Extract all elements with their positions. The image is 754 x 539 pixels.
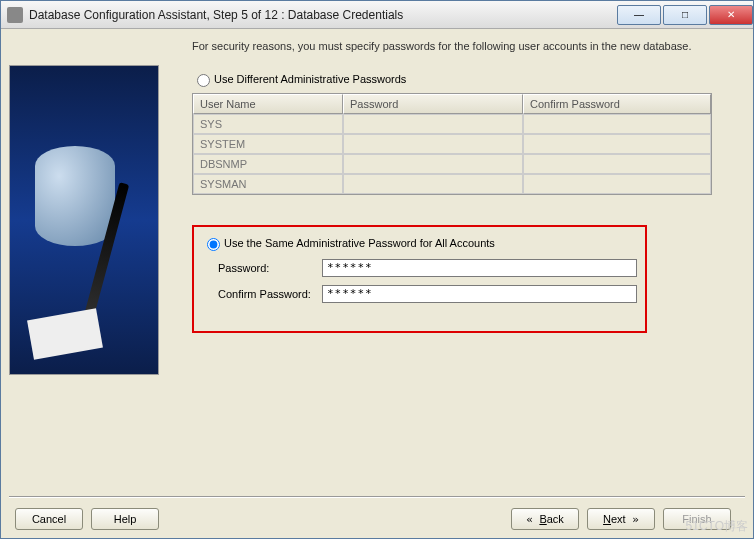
password-label: Password: <box>202 262 322 274</box>
cell-confirm <box>523 114 711 134</box>
radio-same[interactable] <box>207 238 220 251</box>
cell-password <box>343 114 523 134</box>
password-row: Password: ****** <box>202 259 637 277</box>
table-row: DBSNMP <box>193 154 711 174</box>
radio-different[interactable] <box>197 74 210 87</box>
app-icon <box>7 7 23 23</box>
confirm-label: Confirm Password: <box>202 288 322 300</box>
passwords-table: User Name Password Confirm Password SYS … <box>192 93 712 195</box>
help-button[interactable]: Help <box>91 508 159 530</box>
dialog-window: Database Configuration Assistant, Step 5… <box>0 0 754 539</box>
cell-confirm <box>523 154 711 174</box>
titlebar: Database Configuration Assistant, Step 5… <box>1 1 753 29</box>
cell-username: SYSTEM <box>193 134 343 154</box>
watermark: 51CTO博客 <box>686 518 748 535</box>
table-row: SYSMAN <box>193 174 711 194</box>
cell-username: DBSNMP <box>193 154 343 174</box>
window-controls: — □ ✕ <box>615 5 753 25</box>
close-button[interactable]: ✕ <box>709 5 753 25</box>
content-area: For security reasons, you must specify p… <box>1 29 753 538</box>
wizard-image <box>9 65 159 375</box>
confirm-input[interactable]: ****** <box>322 285 637 303</box>
password-input[interactable]: ****** <box>322 259 637 277</box>
confirm-row: Confirm Password: ****** <box>202 285 637 303</box>
table-row: SYSTEM <box>193 134 711 154</box>
back-button[interactable]: « Back <box>511 508 579 530</box>
table-row: SYS <box>193 114 711 134</box>
th-confirm: Confirm Password <box>523 94 711 114</box>
cell-password <box>343 174 523 194</box>
cancel-button[interactable]: Cancel <box>15 508 83 530</box>
button-bar: Cancel Help « Back Next » Finish <box>9 504 745 538</box>
th-username: User Name <box>193 94 343 114</box>
window-title: Database Configuration Assistant, Step 5… <box>29 8 615 22</box>
cell-password <box>343 134 523 154</box>
radio-different-label: Use Different Administrative Passwords <box>214 73 406 85</box>
intro-text: For security reasons, you must specify p… <box>192 39 745 53</box>
separator <box>9 496 745 498</box>
cell-username: SYS <box>193 114 343 134</box>
main-panel: For security reasons, you must specify p… <box>164 35 745 490</box>
next-button[interactable]: Next » <box>587 508 655 530</box>
maximize-button[interactable]: □ <box>663 5 707 25</box>
table-header: User Name Password Confirm Password <box>193 94 711 114</box>
cell-username: SYSMAN <box>193 174 343 194</box>
option-same-password[interactable]: Use the Same Administrative Password for… <box>202 235 637 251</box>
cell-confirm <box>523 174 711 194</box>
cell-password <box>343 154 523 174</box>
radio-same-label: Use the Same Administrative Password for… <box>224 237 495 249</box>
minimize-button[interactable]: — <box>617 5 661 25</box>
th-password: Password <box>343 94 523 114</box>
sidebar <box>9 35 164 490</box>
cell-confirm <box>523 134 711 154</box>
same-password-section: Use the Same Administrative Password for… <box>192 225 647 333</box>
option-different-passwords[interactable]: Use Different Administrative Passwords <box>192 71 745 87</box>
